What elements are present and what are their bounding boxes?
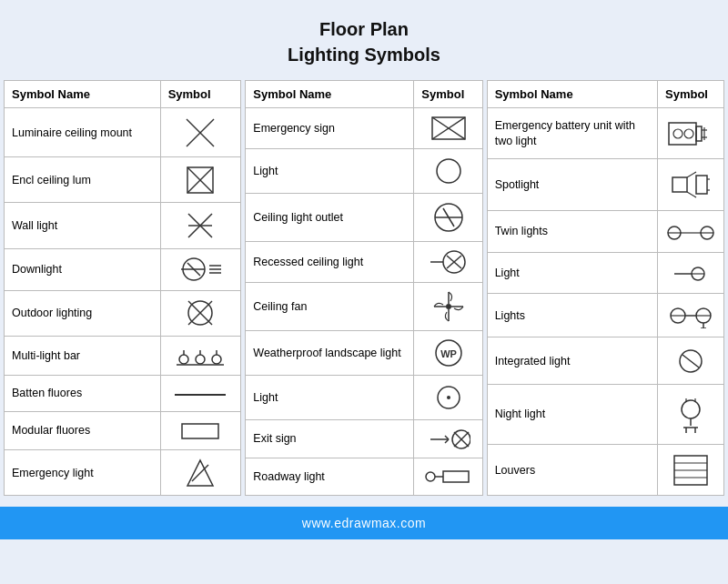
symbol-cell: [160, 248, 241, 290]
svg-point-19: [196, 355, 205, 364]
symbol-name-cell: Outdoor lighting: [5, 290, 161, 336]
table-row: Emergency battery unit with two light: [487, 108, 723, 159]
table-row: Night light: [487, 385, 723, 445]
table-1: Symbol Name Symbol Luminaire ceiling mou…: [4, 80, 241, 496]
svg-point-60: [684, 129, 693, 138]
table-row: Light: [246, 376, 482, 420]
table-row: Multi-light bar: [5, 336, 241, 375]
symbol-name-cell: Light: [246, 149, 414, 194]
table-row: Recessed ceiling light: [246, 242, 482, 283]
symbol-cell: [160, 108, 241, 157]
symbol-name-cell: Emergency battery unit with two light: [487, 108, 657, 159]
symbol-name-cell: Ceiling light outlet: [246, 194, 414, 242]
symbol-cell: [657, 337, 723, 385]
symbol-cell: [414, 242, 482, 283]
symbol-cell: [160, 336, 241, 375]
symbol-name-cell: Wall light: [5, 203, 161, 248]
table-row: Lights: [487, 294, 723, 337]
symbol-cell: [657, 294, 723, 337]
svg-point-59: [673, 129, 682, 138]
table-2: Symbol Name Symbol Emergency sign Light …: [245, 80, 482, 496]
table-row: Outdoor lighting: [5, 290, 241, 336]
table-row: Luminaire ceiling mount: [5, 108, 241, 157]
table-row: Spotlight: [487, 159, 723, 210]
symbol-name-cell: Weatherproof landscape light: [246, 331, 414, 376]
symbol-cell: [414, 108, 482, 149]
table-row: Modular fluores: [5, 411, 241, 450]
symbol-name-cell: Emergency sign: [246, 108, 414, 149]
svg-point-31: [437, 159, 460, 183]
page-title: Floor Plan Lighting Symbols: [288, 16, 440, 67]
symbol-name-cell: Light: [246, 376, 414, 420]
svg-line-86: [682, 355, 699, 368]
symbol-name-cell: Twin lights: [487, 210, 657, 252]
symbol-name-cell: Night light: [487, 385, 657, 445]
table3-col-name: Symbol Name: [487, 81, 657, 108]
svg-rect-58: [696, 126, 702, 141]
symbol-name-cell: Ceiling fan: [246, 283, 414, 331]
symbol-cell: [657, 108, 723, 159]
table-row: Integrated light: [487, 337, 723, 385]
footer: www.edrawmax.com: [0, 507, 728, 539]
table-row: Downlight: [5, 248, 241, 290]
symbol-name-cell: Luminaire ceiling mount: [5, 108, 161, 157]
symbol-name-cell: Encl ceiling lum: [5, 157, 161, 203]
symbol-cell: [414, 283, 482, 331]
symbol-name-cell: Batten fluores: [5, 375, 161, 411]
symbol-name-cell: Multi-light bar: [5, 336, 161, 375]
symbol-cell: [160, 375, 241, 411]
table-row: Light: [487, 252, 723, 294]
table2-col-name: Symbol Name: [246, 81, 414, 108]
table1-col-symbol: Symbol: [160, 81, 241, 108]
table-row: Wall light: [5, 203, 241, 248]
table1-col-name: Symbol Name: [5, 81, 161, 108]
symbol-cell: [160, 157, 241, 203]
symbol-name-cell: Recessed ceiling light: [246, 242, 414, 283]
symbol-name-cell: Downlight: [5, 248, 161, 290]
svg-rect-64: [672, 177, 687, 192]
symbol-name-cell: Lights: [487, 294, 657, 337]
svg-rect-67: [696, 176, 707, 194]
symbol-cell: [414, 458, 482, 496]
symbol-cell: WP: [414, 331, 482, 376]
symbol-cell: [414, 149, 482, 194]
symbol-cell: [414, 420, 482, 458]
symbol-name-cell: Spotlight: [487, 159, 657, 210]
table-row: Louvers: [487, 444, 723, 496]
table3-col-symbol: Symbol: [657, 81, 723, 108]
symbol-cell: [657, 210, 723, 252]
symbol-name-cell: Integrated light: [487, 337, 657, 385]
svg-text:WP: WP: [440, 348, 457, 359]
table-row: Light: [246, 149, 482, 194]
symbol-name-cell: Louvers: [487, 444, 657, 496]
table-row: Weatherproof landscape light WP: [246, 331, 482, 376]
svg-point-39: [446, 304, 451, 309]
table-row: Emergency sign: [246, 108, 482, 149]
symbol-name-cell: Modular fluores: [5, 411, 161, 450]
tables-wrapper: Symbol Name Symbol Luminaire ceiling mou…: [4, 80, 724, 496]
symbol-cell: [657, 159, 723, 210]
symbol-cell: [657, 385, 723, 445]
symbol-cell: [414, 194, 482, 242]
table-row: Roadway light: [246, 458, 482, 496]
svg-line-65: [687, 172, 696, 177]
table-row: Batten fluores: [5, 375, 241, 411]
svg-point-18: [179, 355, 188, 364]
symbol-cell: [160, 450, 241, 496]
symbol-name-cell: Emergency light: [5, 450, 161, 496]
symbol-cell: [657, 444, 723, 496]
table-3: Symbol Name Symbol Emergency battery uni…: [487, 80, 724, 496]
symbol-name-cell: Exit sign: [246, 420, 414, 458]
symbol-name-cell: Roadway light: [246, 458, 414, 496]
symbol-name-cell: Light: [487, 252, 657, 294]
svg-line-66: [687, 192, 696, 197]
table-row: Exit sign: [246, 420, 482, 458]
table2-col-symbol: Symbol: [414, 81, 482, 108]
svg-point-20: [212, 355, 221, 364]
symbol-cell: [657, 252, 723, 294]
svg-point-54: [426, 472, 435, 481]
symbol-cell: [160, 203, 241, 248]
table-row: Emergency light: [5, 450, 241, 496]
svg-rect-25: [182, 424, 218, 438]
svg-point-87: [682, 400, 700, 418]
